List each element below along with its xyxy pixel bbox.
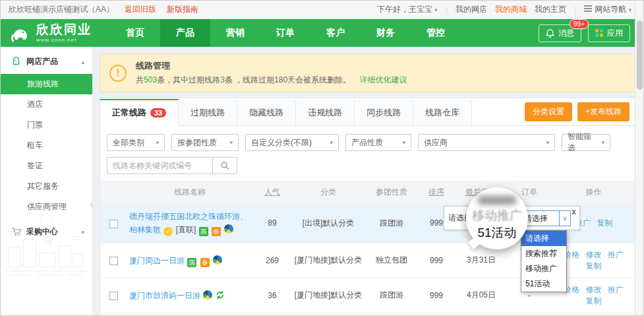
store-name: 欣欣旺铺演示店铺测试（AA）: [9, 4, 114, 15]
sidebar-group-shop-products[interactable]: 网店产品 ▴: [1, 47, 92, 74]
nav-item-finance[interactable]: 财务: [361, 19, 411, 47]
vertical-scrollbar: [635, 1, 643, 315]
tab-hidden-routes[interactable]: 隐藏线路: [237, 100, 296, 125]
copy-link[interactable]: 复制: [586, 261, 602, 270]
messages-badge: 99+: [570, 19, 589, 29]
chevron-up-icon: ▴: [81, 59, 84, 65]
option-mobile-promotion[interactable]: 移动推广: [521, 261, 566, 276]
row-checkbox[interactable]: [109, 257, 118, 265]
elephant-logo-icon: [9, 22, 31, 44]
table-header-row: 线路名称 人气 分类 参团性质 排序 最后更新 订单 操作: [100, 181, 636, 204]
header-group-type: 参团性质: [365, 181, 418, 204]
brand-name: 欣欣同业: [36, 23, 92, 36]
magnifier-lens: 移动推广 51活动: [466, 187, 528, 249]
site-nav-menu[interactable]: 网站导航 ▾: [584, 4, 631, 15]
copy-link[interactable]: 复制: [597, 218, 612, 228]
promote-link[interactable]: 推广: [608, 250, 624, 259]
popularity-value: 36: [253, 285, 291, 306]
verified-check-icon: ✓: [163, 227, 173, 236]
tab-route-warehouse[interactable]: 线路仓库: [413, 100, 472, 125]
route-name-link[interactable]: 厦门市鼓浪屿一日游: [129, 291, 200, 300]
filter-group-type-dropdown[interactable]: 按参团性质▾: [171, 134, 239, 151]
category-settings-button[interactable]: 分类设置: [525, 102, 572, 121]
group-type-value: 独立包团: [365, 249, 418, 272]
sidebar-item-visa[interactable]: 签证: [1, 156, 92, 176]
row-checkbox[interactable]: [109, 292, 118, 300]
chevron-down-icon: ▾: [223, 139, 233, 146]
tab-sync-routes[interactable]: 同步线路: [355, 100, 413, 125]
category-value: [厦门地接]默认分类: [291, 249, 365, 272]
filter-product-nature-dropdown[interactable]: 产品性质▾: [345, 134, 411, 151]
lens-blur-smudge: [478, 196, 516, 205]
tab-violation-routes[interactable]: 违规线路: [296, 100, 355, 125]
bell-icon: [546, 28, 554, 38]
route-name-link[interactable]: 厦门周边一日游: [129, 256, 185, 265]
sidebar-item-hotel[interactable]: 酒店: [1, 94, 92, 115]
tab-count-badge: 33: [150, 108, 166, 117]
search-button[interactable]: [212, 157, 237, 174]
sidebar-item-travel-routes[interactable]: 旅游线路: [1, 74, 92, 94]
header-popularity-sort[interactable]: 人气: [264, 187, 280, 197]
promote-link[interactable]: 推广: [608, 285, 624, 294]
promotion-position-options: 请选择 搜索推荐 移动推广 51活动: [521, 230, 567, 292]
user-greeting[interactable]: 下午好，王宝宝 ▾: [377, 4, 438, 15]
new-guide-link[interactable]: 新版指南: [167, 4, 198, 15]
chevron-down-icon: ▾: [149, 139, 159, 146]
sidebar-item-car-rental[interactable]: 租车: [1, 135, 92, 156]
nav-item-home[interactable]: 首页: [110, 19, 160, 47]
total-count: 503: [144, 75, 157, 84]
my-home-link[interactable]: 我的主页: [535, 4, 566, 15]
sync-icon: [216, 290, 225, 300]
nav-item-control[interactable]: 管控: [411, 19, 461, 47]
lens-text-mobile-promotion: 移动推广: [472, 207, 522, 224]
filter-supplier-dropdown[interactable]: 供应商▾: [418, 134, 555, 151]
optimize-suggestion-link[interactable]: 详细优化建议: [359, 75, 407, 84]
chevron-down-icon: ▾: [628, 7, 631, 13]
tab-expired-routes[interactable]: 过期线路: [179, 100, 237, 125]
header-route-name: 线路名称: [127, 181, 253, 204]
apps-button[interactable]: 应用: [588, 24, 630, 42]
main-nav: 欣欣同业 www.cncn.net 首页 产品 营销 订单 客户 财务 管控 消…: [1, 19, 643, 47]
nav-menu: 首页 产品 营销 订单 客户 财务 管控: [110, 19, 461, 47]
filter-smart-dropdown[interactable]: 智能筛选▾: [562, 134, 610, 151]
chevron-down-icon: ▾: [595, 139, 604, 146]
option-search-recommend[interactable]: 搜索推荐: [521, 246, 566, 261]
close-icon[interactable]: x: [571, 207, 576, 216]
nav-item-products[interactable]: 产品: [160, 19, 210, 47]
copy-link[interactable]: 复制: [586, 296, 602, 305]
edit-link[interactable]: 修改: [586, 250, 602, 259]
cityscape-illustration: [3, 214, 89, 280]
my-shop-link[interactable]: 我的网店: [455, 4, 487, 15]
back-to-old-link[interactable]: 返回旧版: [125, 4, 156, 15]
lens-text-51-activity: 51活动: [477, 224, 516, 241]
filter-area: 全部类别▾ 按参团性质▾ 自定义分类(不限)▾ 产品性质▾ 供应商▾ 智能筛选▾: [100, 126, 636, 181]
publish-route-button[interactable]: +发布线路: [577, 102, 629, 121]
group-type-value: 跟团游: [365, 284, 418, 307]
scrollbar-thumb[interactable]: [637, 20, 643, 90]
route-search-input[interactable]: [107, 157, 212, 174]
sidebar: 网店产品 ▴ 旅游线路 酒店 门票 租车 签证 其它服务 供应商管理 采购中心 …: [1, 47, 93, 316]
option-please-select[interactable]: 请选择: [521, 231, 566, 246]
updated-value: 3月31日: [455, 249, 508, 272]
tab-normal-routes[interactable]: 正常线路 33: [100, 99, 179, 126]
sidebar-item-other-services[interactable]: 其它服务: [1, 176, 92, 197]
messages-button[interactable]: 消息 99+: [539, 24, 581, 42]
my-mall-link[interactable]: 我的商城: [495, 4, 527, 15]
row-checkbox[interactable]: [109, 220, 118, 228]
nav-item-marketing[interactable]: 营销: [210, 19, 260, 47]
filter-custom-category-dropdown[interactable]: 自定义分类(不限)▾: [245, 134, 339, 151]
updated-value: 4月05日: [455, 284, 508, 307]
nav-item-orders[interactable]: 订单: [260, 19, 310, 47]
edit-link[interactable]: 修改: [586, 285, 602, 294]
expired-count: 3: [220, 75, 225, 84]
notice-text: 共503条，其中过期线路3条 ，线路过期180天会被系统删除。 详细优化建议: [136, 75, 407, 86]
header-sort-order[interactable]: 排序: [428, 187, 444, 197]
direct-link-tag: [直联]: [176, 225, 196, 234]
nav-item-customers[interactable]: 客户: [310, 19, 361, 47]
option-51-activity[interactable]: 51活动: [521, 276, 566, 292]
category-value: [厦门地接]默认分类: [291, 284, 365, 307]
top-utility-bar: 欣欣旺铺演示店铺测试（AA） 返回旧版 新版指南 下午好，王宝宝 ▾ | 我的网…: [1, 1, 643, 19]
filter-category-dropdown[interactable]: 全部类别▾: [107, 134, 165, 151]
brand-logo[interactable]: 欣欣同业 www.cncn.net: [1, 19, 101, 47]
sidebar-item-tickets[interactable]: 门票: [1, 115, 92, 135]
